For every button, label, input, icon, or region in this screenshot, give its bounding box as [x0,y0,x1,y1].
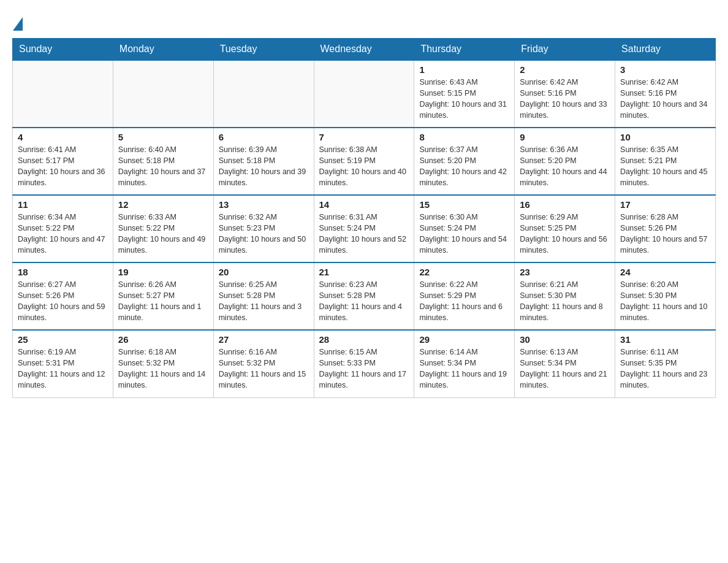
calendar-cell: 24Sunrise: 6:20 AMSunset: 5:30 PMDayligh… [615,262,716,330]
day-info: Sunrise: 6:40 AMSunset: 5:18 PMDaylight:… [118,144,208,189]
day-number: 11 [18,199,108,210]
day-number: 23 [520,267,610,277]
calendar-cell [113,60,213,128]
day-info: Sunrise: 6:31 AMSunset: 5:24 PMDaylight:… [319,212,409,256]
calendar-cell: 6Sunrise: 6:39 AMSunset: 5:18 PMDaylight… [213,128,314,195]
day-info: Sunrise: 6:35 AMSunset: 5:21 PMDaylight:… [620,144,710,189]
page-header [12,12,716,32]
day-info: Sunrise: 6:37 AMSunset: 5:20 PMDaylight:… [419,144,509,189]
day-number: 16 [520,199,610,210]
day-number: 1 [419,64,509,75]
calendar-cell: 10Sunrise: 6:35 AMSunset: 5:21 PMDayligh… [615,128,716,195]
calendar-cell: 9Sunrise: 6:36 AMSunset: 5:20 PMDaylight… [515,128,615,195]
day-info: Sunrise: 6:42 AMSunset: 5:16 PMDaylight:… [620,77,710,121]
calendar-cell: 28Sunrise: 6:15 AMSunset: 5:33 PMDayligh… [314,330,414,397]
day-info: Sunrise: 6:21 AMSunset: 5:30 PMDaylight:… [520,279,610,324]
day-number: 15 [419,199,509,210]
day-number: 14 [319,199,409,210]
day-info: Sunrise: 6:19 AMSunset: 5:31 PMDaylight:… [18,347,108,391]
calendar-cell [213,60,314,128]
calendar-week-4: 18Sunrise: 6:27 AMSunset: 5:26 PMDayligh… [13,262,716,330]
day-number: 7 [319,132,409,142]
day-info: Sunrise: 6:11 AMSunset: 5:35 PMDaylight:… [620,347,710,391]
calendar-week-5: 25Sunrise: 6:19 AMSunset: 5:31 PMDayligh… [13,330,716,397]
day-number: 12 [118,199,208,210]
weekday-header-sunday: Sunday [13,39,113,61]
weekday-header-tuesday: Tuesday [213,39,314,61]
calendar-cell: 17Sunrise: 6:28 AMSunset: 5:26 PMDayligh… [615,195,716,262]
day-number: 22 [419,267,509,277]
calendar-week-3: 11Sunrise: 6:34 AMSunset: 5:22 PMDayligh… [13,195,716,262]
day-number: 24 [620,267,710,277]
weekday-header-saturday: Saturday [615,39,716,61]
day-number: 30 [520,334,610,345]
calendar-cell: 5Sunrise: 6:40 AMSunset: 5:18 PMDaylight… [113,128,213,195]
day-number: 28 [319,334,409,345]
day-info: Sunrise: 6:34 AMSunset: 5:22 PMDaylight:… [18,212,108,256]
day-info: Sunrise: 6:38 AMSunset: 5:19 PMDaylight:… [319,144,409,189]
day-info: Sunrise: 6:26 AMSunset: 5:27 PMDaylight:… [118,279,208,324]
calendar-cell: 29Sunrise: 6:14 AMSunset: 5:34 PMDayligh… [414,330,515,397]
day-number: 13 [219,199,309,210]
day-number: 18 [18,267,108,277]
weekday-header-thursday: Thursday [414,39,515,61]
day-info: Sunrise: 6:41 AMSunset: 5:17 PMDaylight:… [18,144,108,189]
day-number: 6 [219,132,309,142]
calendar-cell [314,60,414,128]
calendar-cell: 14Sunrise: 6:31 AMSunset: 5:24 PMDayligh… [314,195,414,262]
day-number: 9 [520,132,610,142]
day-info: Sunrise: 6:20 AMSunset: 5:30 PMDaylight:… [620,279,710,324]
day-info: Sunrise: 6:18 AMSunset: 5:32 PMDaylight:… [118,347,208,391]
day-info: Sunrise: 6:30 AMSunset: 5:24 PMDaylight:… [419,212,509,256]
day-info: Sunrise: 6:42 AMSunset: 5:16 PMDaylight:… [520,77,610,121]
calendar-cell: 1Sunrise: 6:43 AMSunset: 5:15 PMDaylight… [414,60,515,128]
calendar-table: SundayMondayTuesdayWednesdayThursdayFrid… [12,38,716,398]
calendar-cell: 19Sunrise: 6:26 AMSunset: 5:27 PMDayligh… [113,262,213,330]
calendar-cell [13,60,113,128]
day-number: 20 [219,267,309,277]
day-number: 2 [520,64,610,75]
logo [12,12,23,32]
day-info: Sunrise: 6:14 AMSunset: 5:34 PMDaylight:… [419,347,509,391]
day-info: Sunrise: 6:39 AMSunset: 5:18 PMDaylight:… [219,144,309,189]
day-number: 25 [18,334,108,345]
day-info: Sunrise: 6:15 AMSunset: 5:33 PMDaylight:… [319,347,409,391]
day-info: Sunrise: 6:43 AMSunset: 5:15 PMDaylight:… [419,77,509,121]
calendar-cell: 26Sunrise: 6:18 AMSunset: 5:32 PMDayligh… [113,330,213,397]
day-info: Sunrise: 6:16 AMSunset: 5:32 PMDaylight:… [219,347,309,391]
calendar-week-1: 1Sunrise: 6:43 AMSunset: 5:15 PMDaylight… [13,60,716,128]
day-number: 26 [118,334,208,345]
day-number: 27 [219,334,309,345]
day-number: 3 [620,64,710,75]
weekday-header-friday: Friday [515,39,615,61]
day-number: 5 [118,132,208,142]
calendar-cell: 25Sunrise: 6:19 AMSunset: 5:31 PMDayligh… [13,330,113,397]
calendar-cell: 4Sunrise: 6:41 AMSunset: 5:17 PMDaylight… [13,128,113,195]
calendar-cell: 11Sunrise: 6:34 AMSunset: 5:22 PMDayligh… [13,195,113,262]
calendar-cell: 22Sunrise: 6:22 AMSunset: 5:29 PMDayligh… [414,262,515,330]
day-info: Sunrise: 6:23 AMSunset: 5:28 PMDaylight:… [319,279,409,324]
calendar-cell: 21Sunrise: 6:23 AMSunset: 5:28 PMDayligh… [314,262,414,330]
day-number: 21 [319,267,409,277]
day-number: 8 [419,132,509,142]
day-number: 19 [118,267,208,277]
day-number: 17 [620,199,710,210]
day-info: Sunrise: 6:36 AMSunset: 5:20 PMDaylight:… [520,144,610,189]
day-info: Sunrise: 6:13 AMSunset: 5:34 PMDaylight:… [520,347,610,391]
calendar-cell: 20Sunrise: 6:25 AMSunset: 5:28 PMDayligh… [213,262,314,330]
day-info: Sunrise: 6:32 AMSunset: 5:23 PMDaylight:… [219,212,309,256]
day-info: Sunrise: 6:33 AMSunset: 5:22 PMDaylight:… [118,212,208,256]
calendar-cell: 8Sunrise: 6:37 AMSunset: 5:20 PMDaylight… [414,128,515,195]
svg-marker-0 [13,17,23,31]
day-info: Sunrise: 6:28 AMSunset: 5:26 PMDaylight:… [620,212,710,256]
calendar-cell: 13Sunrise: 6:32 AMSunset: 5:23 PMDayligh… [213,195,314,262]
calendar-cell: 31Sunrise: 6:11 AMSunset: 5:35 PMDayligh… [615,330,716,397]
day-number: 31 [620,334,710,345]
calendar-cell: 18Sunrise: 6:27 AMSunset: 5:26 PMDayligh… [13,262,113,330]
calendar-week-2: 4Sunrise: 6:41 AMSunset: 5:17 PMDaylight… [13,128,716,195]
day-number: 10 [620,132,710,142]
calendar-cell: 3Sunrise: 6:42 AMSunset: 5:16 PMDaylight… [615,60,716,128]
day-number: 29 [419,334,509,345]
calendar-cell: 30Sunrise: 6:13 AMSunset: 5:34 PMDayligh… [515,330,615,397]
day-number: 4 [18,132,108,142]
